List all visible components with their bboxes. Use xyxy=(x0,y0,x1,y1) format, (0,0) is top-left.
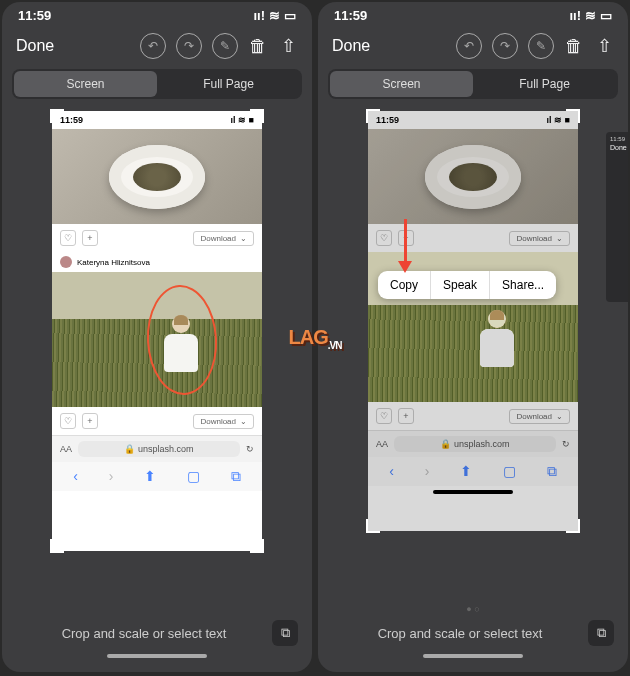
redo-icon[interactable]: ↷ xyxy=(176,33,202,59)
battery-icon: ▭ xyxy=(284,8,296,23)
heart-icon[interactable]: ♡ xyxy=(376,408,392,424)
author-name: Kateryna Hliznitsova xyxy=(77,258,150,267)
download-button[interactable]: Download⌄ xyxy=(193,414,254,429)
hint-text: Crop and scale or select text xyxy=(16,626,272,641)
url-field[interactable]: 🔒 unsplash.com xyxy=(78,441,240,457)
done-button[interactable]: Done xyxy=(16,37,130,55)
inner-home-indicator xyxy=(433,490,513,494)
tabs-icon[interactable]: ⧉ xyxy=(547,463,557,480)
editor-toolbar: Done ↶ ↷ ✎ 🗑 ⇧ xyxy=(2,29,312,69)
chevron-down-icon: ⌄ xyxy=(240,234,247,243)
tab-screen[interactable]: Screen xyxy=(330,71,473,97)
safari-url-bar: AA 🔒 unsplash.com ↻ xyxy=(52,435,262,462)
share-icon[interactable]: ⬆ xyxy=(460,463,472,480)
status-bar: 11:59 ıı! ≋ ▭ xyxy=(318,2,628,29)
food-photo xyxy=(52,129,262,224)
screenshot-content: 11:59 ıl ≋ ■ ♡ + Download⌄ ♡ + Download⌄ xyxy=(368,111,578,531)
forward-icon[interactable]: › xyxy=(425,463,430,480)
back-icon[interactable]: ‹ xyxy=(389,463,394,480)
safari-toolbar: ‹ › ⬆ ▢ ⧉ xyxy=(52,462,262,491)
font-icon[interactable]: AA xyxy=(60,444,72,454)
battery-icon: ▭ xyxy=(600,8,612,23)
wifi-icon: ≋ xyxy=(269,8,280,23)
safari-url-bar: AA 🔒 unsplash.com ↻ xyxy=(368,430,578,457)
tab-screen[interactable]: Screen xyxy=(14,71,157,97)
view-tabs: Screen Full Page xyxy=(328,69,618,99)
share-icon[interactable]: ⇧ xyxy=(594,33,614,59)
share-icon[interactable]: ⬆ xyxy=(144,468,156,485)
signal-icon: ıı! xyxy=(253,8,265,23)
share-icon[interactable]: ⇧ xyxy=(278,33,298,59)
text-select-icon[interactable]: ⧉ xyxy=(588,620,614,646)
done-button[interactable]: Done xyxy=(332,37,446,55)
undo-icon[interactable]: ↶ xyxy=(456,33,482,59)
author-row[interactable]: Kateryna Hliznitsova xyxy=(52,252,262,272)
tab-full-page[interactable]: Full Page xyxy=(157,71,300,97)
download-button[interactable]: Download⌄ xyxy=(509,409,570,424)
photo-actions-2: ♡ + Download⌄ xyxy=(52,407,262,435)
status-time: 11:59 xyxy=(18,8,51,23)
inner-status-icons: ıl ≋ ■ xyxy=(231,115,254,125)
inner-time: 11:59 xyxy=(60,115,83,125)
bookmarks-icon[interactable]: ▢ xyxy=(187,468,200,485)
photo-actions-2: ♡ + Download⌄ xyxy=(368,402,578,430)
font-icon[interactable]: AA xyxy=(376,439,388,449)
photo-actions: ♡ + Download⌄ xyxy=(52,224,262,252)
heart-icon[interactable]: ♡ xyxy=(376,230,392,246)
thumb-done: Done xyxy=(610,144,626,151)
wifi-icon: ≋ xyxy=(585,8,596,23)
status-time: 11:59 xyxy=(334,8,367,23)
download-button[interactable]: Download⌄ xyxy=(509,231,570,246)
download-button[interactable]: Download⌄ xyxy=(193,231,254,246)
text-select-icon[interactable]: ⧉ xyxy=(272,620,298,646)
reload-icon[interactable]: ↻ xyxy=(246,444,254,454)
markup-icon[interactable]: ✎ xyxy=(212,33,238,59)
tabs-icon[interactable]: ⧉ xyxy=(231,468,241,485)
reload-icon[interactable]: ↻ xyxy=(562,439,570,449)
chevron-down-icon: ⌄ xyxy=(556,234,563,243)
undo-icon[interactable]: ↶ xyxy=(140,33,166,59)
tab-full-page[interactable]: Full Page xyxy=(473,71,616,97)
inner-status: 11:59 ıl ≋ ■ xyxy=(52,111,262,129)
menu-speak[interactable]: Speak xyxy=(431,271,490,299)
bookmarks-icon[interactable]: ▢ xyxy=(503,463,516,480)
plus-icon[interactable]: + xyxy=(398,408,414,424)
signal-icon: ıı! xyxy=(569,8,581,23)
trash-icon[interactable]: 🗑 xyxy=(248,33,268,59)
inner-status: 11:59 ıl ≋ ■ xyxy=(368,111,578,129)
back-icon[interactable]: ‹ xyxy=(73,468,78,485)
screenshot-content: 11:59 ıl ≋ ■ ♡ + Download⌄ Kateryna Hliz… xyxy=(52,111,262,551)
markup-icon[interactable]: ✎ xyxy=(528,33,554,59)
heart-icon[interactable]: ♡ xyxy=(60,230,76,246)
home-indicator xyxy=(107,654,207,658)
status-icons: ıı! ≋ ▭ xyxy=(253,8,296,23)
hint-text: Crop and scale or select text xyxy=(332,626,588,641)
trash-icon[interactable]: 🗑 xyxy=(564,33,584,59)
bottom-bar: Crop and scale or select text ⧉ xyxy=(2,606,312,672)
avatar xyxy=(60,256,72,268)
crop-canvas[interactable]: 11:59 ıl ≋ ■ ♡ + Download⌄ Kateryna Hliz… xyxy=(52,111,262,551)
forward-icon[interactable]: › xyxy=(109,468,114,485)
food-photo xyxy=(368,129,578,224)
view-tabs: Screen Full Page xyxy=(12,69,302,99)
inner-status-icons: ıl ≋ ■ xyxy=(547,115,570,125)
heart-icon[interactable]: ♡ xyxy=(60,413,76,429)
screenshot-pair: 11:59 ıı! ≋ ▭ Done ↶ ↷ ✎ 🗑 ⇧ Screen Full… xyxy=(0,0,630,674)
editor-toolbar: Done ↶ ↷ ✎ 🗑 ⇧ xyxy=(318,29,628,69)
phone-right: 11:59 ıı! ≋ ▭ Done ↶ ↷ ✎ 🗑 ⇧ Screen Full… xyxy=(318,2,628,672)
page-dots: ● ○ xyxy=(332,604,614,614)
redo-icon[interactable]: ↷ xyxy=(492,33,518,59)
chevron-down-icon: ⌄ xyxy=(556,412,563,421)
menu-share[interactable]: Share... xyxy=(490,271,556,299)
status-bar: 11:59 ıı! ≋ ▭ xyxy=(2,2,312,29)
bottom-bar: ● ○ Crop and scale or select text ⧉ xyxy=(318,590,628,672)
crop-canvas[interactable]: Copy Speak Share... 11:59 ıl ≋ ■ ♡ + Dow… xyxy=(368,111,578,531)
url-field[interactable]: 🔒 unsplash.com xyxy=(394,436,556,452)
child-photo xyxy=(52,272,262,407)
page-thumbnail[interactable]: 11:59 Done xyxy=(606,132,628,302)
plus-icon[interactable]: + xyxy=(82,230,98,246)
annotation-arrow xyxy=(398,219,412,280)
status-icons: ıı! ≋ ▭ xyxy=(569,8,612,23)
phone-left: 11:59 ıı! ≋ ▭ Done ↶ ↷ ✎ 🗑 ⇧ Screen Full… xyxy=(2,2,312,672)
plus-icon[interactable]: + xyxy=(82,413,98,429)
